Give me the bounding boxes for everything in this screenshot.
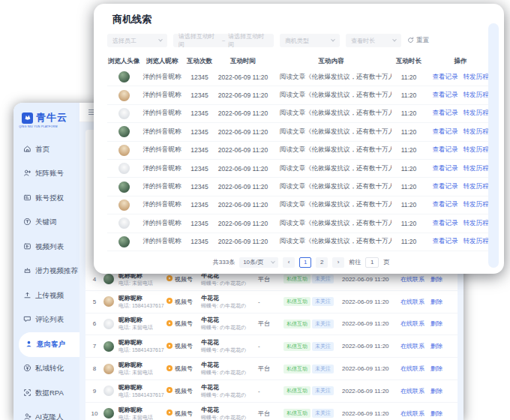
goto-page-input[interactable] (365, 257, 379, 268)
chevron-down-icon (271, 260, 275, 264)
sidebar-item-data-rpa[interactable]: 数据RPA (14, 381, 80, 406)
view-record-link[interactable]: 查看记录 (433, 73, 458, 82)
delete-link[interactable]: 删除 (430, 342, 442, 350)
sidebar-item-keywords[interactable]: 关键词 (14, 211, 80, 236)
id-card-icon (23, 194, 32, 203)
view-record-link[interactable]: 查看记录 (433, 164, 458, 173)
interaction-duration: 11:20 (392, 92, 426, 99)
platform-cell: - (258, 388, 284, 394)
reset-button[interactable]: 重置 (407, 36, 429, 45)
sidebar-item-potential-videos[interactable]: 潜力视频推荐 (14, 260, 80, 284)
customer-avatar (104, 386, 114, 396)
logo: 青牛云 (14, 103, 80, 124)
sidebar-item-upload-video[interactable]: 上传视频 (14, 284, 80, 308)
sidebar-item-home[interactable]: 首页 (14, 137, 80, 162)
interaction-badge: 私信互动 (284, 386, 310, 395)
follow-status-badge: 未关注 (312, 342, 334, 351)
page-number-button[interactable]: 2 (316, 257, 328, 268)
viewer-nickname: 洋的抖音昵称 (140, 73, 184, 82)
view-record-link[interactable]: 查看记录 (433, 219, 458, 228)
date-cell: 2022-06-09 11:20 (342, 388, 400, 394)
online-contact-link[interactable]: 在线联系 (400, 275, 424, 284)
forward-history-link[interactable]: 转发历程 (464, 128, 489, 136)
channel-icon (166, 410, 172, 417)
delete-link[interactable]: 删除 (430, 410, 442, 418)
interaction-content: 阅读文章《伦敦爆发抗议，还有数十万人在... (271, 164, 392, 173)
row-index: 8 (86, 365, 104, 372)
leads-table-row: 洋的抖音昵称 12345 2022-06-09 11:20 阅读文章《伦敦爆发抗… (107, 196, 495, 214)
forward-history-link[interactable]: 转发历程 (464, 182, 489, 191)
interaction-time: 2022-06-09 11:20 (215, 146, 271, 154)
forward-history-link[interactable]: 转发历程 (464, 91, 489, 100)
prev-page-button[interactable]: ‹ (283, 257, 295, 268)
interaction-time: 2022-06-09 11:20 (215, 165, 271, 172)
forward-history-link[interactable]: 转发历程 (464, 237, 489, 246)
customer-nickname: 昵称昵称 (118, 339, 166, 346)
sidebar-item-private-conversion[interactable]: 私域转化 (14, 357, 80, 382)
chevron-down-icon (158, 38, 163, 42)
chevron-down-icon (392, 38, 397, 42)
online-contact-link[interactable]: 在线联系 (400, 298, 424, 306)
viewer-nickname: 洋的抖音昵称 (140, 219, 184, 228)
header-time: 互动时间 (215, 57, 271, 66)
modal-scrollbar[interactable] (488, 23, 499, 268)
sidebar-item-matrix-accounts[interactable]: 矩阵账号 (14, 162, 80, 187)
interaction-time: 2022-06-09 11:20 (215, 110, 271, 117)
interaction-duration: 11:20 (392, 238, 426, 245)
page-number-button[interactable]: 1 (299, 257, 311, 268)
online-contact-link[interactable]: 在线联系 (400, 410, 424, 418)
view-record-link[interactable]: 查看记录 (433, 237, 458, 246)
keyword-icon (23, 218, 32, 227)
interaction-duration: 11:20 (392, 220, 426, 227)
forward-history-link[interactable]: 转发历程 (464, 109, 489, 118)
view-record-link[interactable]: 查看记录 (433, 91, 458, 100)
forward-history-link[interactable]: 转发历程 (464, 200, 489, 209)
interaction-content: 阅读文章《伦敦爆发抗议，还有数十万人在... (271, 219, 392, 228)
delete-link[interactable]: 删除 (430, 275, 442, 284)
online-contact-link[interactable]: 在线联系 (400, 364, 424, 373)
delete-link[interactable]: 删除 (430, 298, 442, 306)
next-page-button[interactable]: › (332, 257, 344, 268)
view-record-link[interactable]: 查看记录 (433, 146, 458, 154)
delete-link[interactable]: 删除 (430, 364, 442, 373)
interaction-count: 12345 (184, 183, 215, 190)
home-icon (23, 145, 32, 154)
leads-table-row: 洋的抖音昵称 12345 2022-06-09 11:20 阅读文章《伦敦爆发抗… (107, 68, 495, 86)
delete-link[interactable]: 删除 (430, 320, 442, 328)
delete-link[interactable]: 删除 (430, 387, 442, 395)
interaction-time-range-picker[interactable]: 请选择互动时间 ~ 请选择互动时间 (173, 34, 274, 47)
interaction-count: 12345 (184, 201, 215, 208)
sidebar-item-video-list[interactable]: 视频列表 (14, 235, 80, 260)
forward-history-link[interactable]: 转发历程 (464, 146, 489, 154)
view-record-link[interactable]: 查看记录 (433, 200, 458, 209)
sidebar-item-intent-customers[interactable]: 意向客户 (19, 332, 80, 357)
view-record-link[interactable]: 查看记录 (433, 182, 458, 191)
sidebar-item-account-auth[interactable]: 账号授权 (14, 186, 80, 211)
forward-history-link[interactable]: 转发历程 (464, 164, 489, 173)
account-id: 蝴蝶号: の牛花花の (201, 302, 258, 309)
interaction-count: 12345 (184, 220, 215, 227)
employee-filter-select[interactable]: 选择员工 (107, 34, 167, 47)
forward-history-link[interactable]: 转发历程 (464, 219, 489, 228)
platform-cell: 平台 (258, 364, 284, 373)
forward-history-link[interactable]: 转发历程 (464, 73, 489, 82)
channel-icon (166, 298, 172, 305)
sidebar-item-ai-clone[interactable]: AI克隆人 (14, 406, 80, 420)
view-record-link[interactable]: 查看记录 (433, 109, 458, 118)
viewer-avatar (118, 71, 130, 82)
logo-icon (22, 112, 33, 124)
customer-nickname: 昵称昵称 (118, 384, 166, 392)
view-duration-select[interactable]: 查看时长 (346, 34, 401, 47)
online-contact-link[interactable]: 在线联系 (400, 320, 424, 328)
online-contact-link[interactable]: 在线联系 (400, 342, 424, 350)
viewer-nickname: 洋的抖音昵称 (140, 237, 184, 246)
viewer-nickname: 洋的抖音昵称 (140, 164, 184, 173)
online-contact-link[interactable]: 在线联系 (400, 387, 424, 395)
customer-avatar (104, 341, 114, 352)
view-record-link[interactable]: 查看记录 (433, 128, 458, 136)
channel-icon (166, 387, 172, 394)
sidebar-item-comment-list[interactable]: 评论列表 (14, 308, 80, 333)
page-size-select[interactable]: 10条/页 (239, 257, 278, 268)
opportunity-type-select[interactable]: 商机类型 (280, 34, 340, 47)
customer-table-row: 9 昵称昵称 电话: 15841437617 视频号 牛花 (86, 380, 458, 403)
